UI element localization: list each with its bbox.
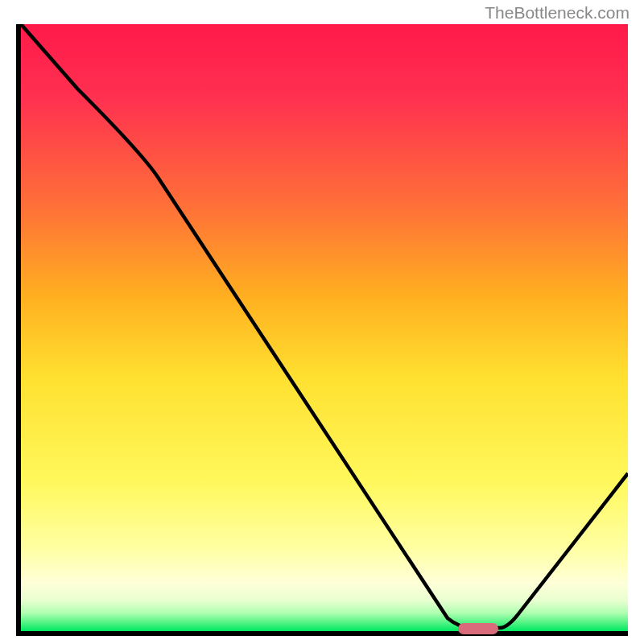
optimal-marker — [458, 623, 498, 634]
plot-area — [16, 24, 628, 636]
watermark-text: TheBottleneck.com — [485, 3, 630, 23]
chart-container: TheBottleneck.com — [0, 0, 644, 644]
bottleneck-curve — [21, 24, 628, 631]
